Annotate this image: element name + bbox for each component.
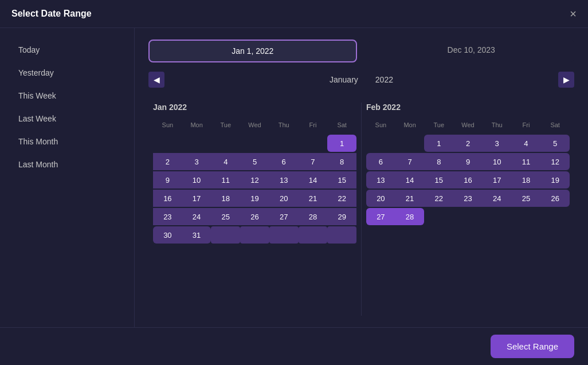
day-cell-4[interactable]: 4 — [211, 153, 240, 170]
day-cell-2[interactable]: 2 — [153, 153, 182, 170]
day-cell-29[interactable]: 29 — [327, 208, 356, 225]
day-cell-15[interactable]: 15 — [327, 171, 356, 189]
day-cell-7[interactable]: 7 — [395, 153, 425, 170]
day-cell-12[interactable]: 12 — [240, 171, 269, 189]
sidebar-item-yesterday[interactable]: Yesterday — [11, 62, 123, 83]
sidebar-item-this-month[interactable]: This Month — [11, 131, 123, 152]
day-cell-8[interactable]: 8 — [424, 153, 453, 170]
day-cell-21[interactable]: 21 — [395, 190, 425, 207]
day-cell-15[interactable]: 15 — [424, 171, 453, 189]
day-cell-26[interactable]: 26 — [540, 190, 570, 207]
week-row-0: 12345 — [366, 135, 570, 152]
year-label: 2022 — [375, 75, 393, 84]
day-cell-13[interactable]: 13 — [269, 171, 299, 189]
sidebar-item-last-month[interactable]: Last Month — [11, 154, 123, 175]
day-cell-28[interactable]: 28 — [299, 208, 328, 225]
day-cell-23[interactable]: 23 — [453, 190, 483, 207]
day-cell-empty — [453, 208, 483, 225]
week-row-1: 2345678 — [153, 153, 356, 170]
day-cell-14[interactable]: 14 — [395, 171, 425, 189]
day-cell-13[interactable]: 13 — [366, 171, 395, 189]
day-header-mon: Mon — [182, 116, 211, 134]
day-header-wed: Wed — [240, 116, 269, 134]
day-cell-9[interactable]: 9 — [153, 171, 182, 189]
day-cell-3[interactable]: 3 — [182, 153, 211, 170]
week-row-3: 16171819202122 — [153, 190, 356, 207]
day-cell-4[interactable]: 4 — [512, 135, 541, 152]
week-row-3: 20212223242526 — [366, 190, 570, 207]
day-cell-6[interactable]: 6 — [269, 153, 299, 170]
day-cell-26[interactable]: 26 — [240, 208, 269, 225]
day-header-sun: Sun — [366, 116, 395, 134]
close-button[interactable]: × — [570, 8, 577, 19]
day-cell-7[interactable]: 7 — [299, 153, 328, 170]
sidebar-item-today[interactable]: Today — [11, 40, 123, 60]
prev-month-button[interactable]: ◀ — [148, 72, 164, 88]
day-cell-16[interactable]: 16 — [453, 171, 483, 189]
day-cell-27[interactable]: 27 — [366, 208, 395, 225]
day-cell-5[interactable]: 5 — [540, 135, 570, 152]
day-cell-30[interactable]: 30 — [153, 226, 182, 244]
month-label: January — [330, 75, 358, 84]
day-cell-empty — [299, 226, 328, 244]
day-header-thu: Thu — [483, 116, 512, 134]
day-cell-17[interactable]: 17 — [483, 171, 512, 189]
day-cell-20[interactable]: 20 — [269, 190, 299, 207]
start-date-input[interactable]: Jan 1, 2022 — [148, 40, 357, 62]
sidebar-item-last-week[interactable]: Last Week — [11, 108, 123, 129]
modal-header: Select Date Range × — [0, 0, 588, 28]
day-header-mon: Mon — [395, 116, 425, 134]
select-range-button[interactable]: Select Range — [491, 335, 574, 358]
day-cell-21[interactable]: 21 — [299, 190, 328, 207]
day-cell-empty — [424, 208, 453, 225]
day-cell-empty — [211, 226, 240, 244]
date-inputs: Jan 1, 2022 Dec 10, 2023 — [148, 40, 574, 62]
day-cell-10[interactable]: 10 — [483, 153, 512, 170]
day-cell-8[interactable]: 8 — [327, 153, 356, 170]
day-cell-17[interactable]: 17 — [182, 190, 211, 207]
day-cell-22[interactable]: 22 — [424, 190, 453, 207]
modal-title: Select Date Range — [11, 9, 92, 19]
day-cell-20[interactable]: 20 — [366, 190, 395, 207]
day-cell-23[interactable]: 23 — [153, 208, 182, 225]
day-cell-25[interactable]: 25 — [211, 208, 240, 225]
month-year-labels: January 2022 — [330, 75, 393, 84]
day-cell-12[interactable]: 12 — [540, 153, 570, 170]
day-cell-empty — [299, 135, 328, 152]
day-cell-18[interactable]: 18 — [211, 190, 240, 207]
calendar-feb2022: Feb 2022 SunMonTueWedThuFriSat1234567891… — [362, 103, 574, 316]
day-cell-28[interactable]: 28 — [395, 208, 425, 225]
day-cell-31[interactable]: 31 — [182, 226, 211, 244]
day-cell-2[interactable]: 2 — [453, 135, 483, 152]
day-cell-22[interactable]: 22 — [327, 190, 356, 207]
day-cell-10[interactable]: 10 — [182, 171, 211, 189]
day-header-thu: Thu — [269, 116, 299, 134]
day-cell-27[interactable]: 27 — [269, 208, 299, 225]
day-cell-19[interactable]: 19 — [240, 190, 269, 207]
end-date-input[interactable]: Dec 10, 2023 — [369, 40, 575, 62]
day-cell-16[interactable]: 16 — [153, 190, 182, 207]
day-cell-18[interactable]: 18 — [512, 171, 541, 189]
day-cell-24[interactable]: 24 — [483, 190, 512, 207]
day-cell-5[interactable]: 5 — [240, 153, 269, 170]
day-cell-empty — [512, 208, 541, 225]
day-cell-empty — [153, 135, 182, 152]
next-month-button[interactable]: ▶ — [558, 72, 574, 88]
day-cell-1[interactable]: 1 — [327, 135, 356, 152]
sidebar-item-this-week[interactable]: This Week — [11, 85, 123, 106]
day-header-fri: Fri — [512, 116, 541, 134]
day-cell-6[interactable]: 6 — [366, 153, 395, 170]
day-cell-19[interactable]: 19 — [540, 171, 570, 189]
day-cell-11[interactable]: 11 — [512, 153, 541, 170]
day-cell-1[interactable]: 1 — [424, 135, 453, 152]
day-cell-14[interactable]: 14 — [299, 171, 328, 189]
day-cell-9[interactable]: 9 — [453, 153, 483, 170]
day-cell-11[interactable]: 11 — [211, 171, 240, 189]
week-row-0: 1 — [153, 135, 356, 152]
day-header-sat: Sat — [327, 116, 356, 134]
day-cell-3[interactable]: 3 — [483, 135, 512, 152]
day-cell-empty — [211, 135, 240, 152]
day-cell-empty — [395, 135, 425, 152]
day-cell-25[interactable]: 25 — [512, 190, 541, 207]
day-cell-24[interactable]: 24 — [182, 208, 211, 225]
